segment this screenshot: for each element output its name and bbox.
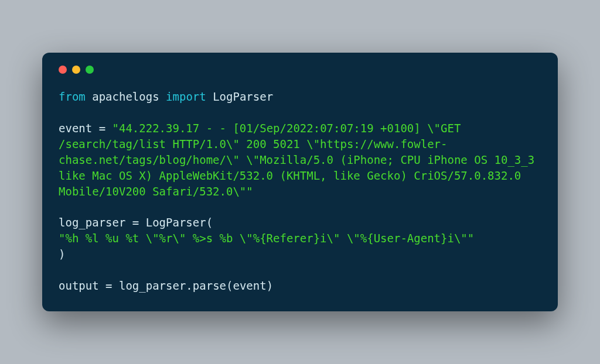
arg-event: event (233, 279, 266, 292)
var-event: event (59, 122, 92, 135)
var-output: output (59, 279, 99, 292)
keyword-from: from (59, 90, 86, 103)
assign-op: = (92, 122, 112, 135)
maximize-icon[interactable] (86, 66, 94, 74)
assign-op: = (99, 279, 119, 292)
close-icon[interactable] (59, 66, 67, 74)
call-logparser: LogParser( (146, 216, 213, 229)
code-block: from apachelogs import LogParser event =… (59, 89, 541, 294)
minimize-icon[interactable] (72, 66, 80, 74)
var-log-parser: log_parser (59, 216, 125, 229)
paren-open: ( (226, 279, 233, 292)
paren-close: ) (267, 279, 273, 292)
obj-log-parser: log_parser (119, 279, 186, 292)
assign-op: = (125, 216, 145, 229)
dot-op: . (186, 279, 192, 292)
method-parse: parse (193, 279, 226, 292)
window-controls (59, 66, 541, 74)
event-string: "44.222.39.17 - - [01/Sep/2022:07:07:19 … (59, 122, 541, 198)
module-name: apachelogs (92, 90, 159, 103)
code-window: from apachelogs import LogParser event =… (42, 53, 558, 312)
call-close: ) (59, 248, 65, 260)
format-string: "%h %l %u %t \"%r\" %>s %b \"%{Referer}i… (59, 232, 474, 245)
keyword-import: import (166, 90, 206, 103)
class-name: LogParser (213, 90, 273, 103)
